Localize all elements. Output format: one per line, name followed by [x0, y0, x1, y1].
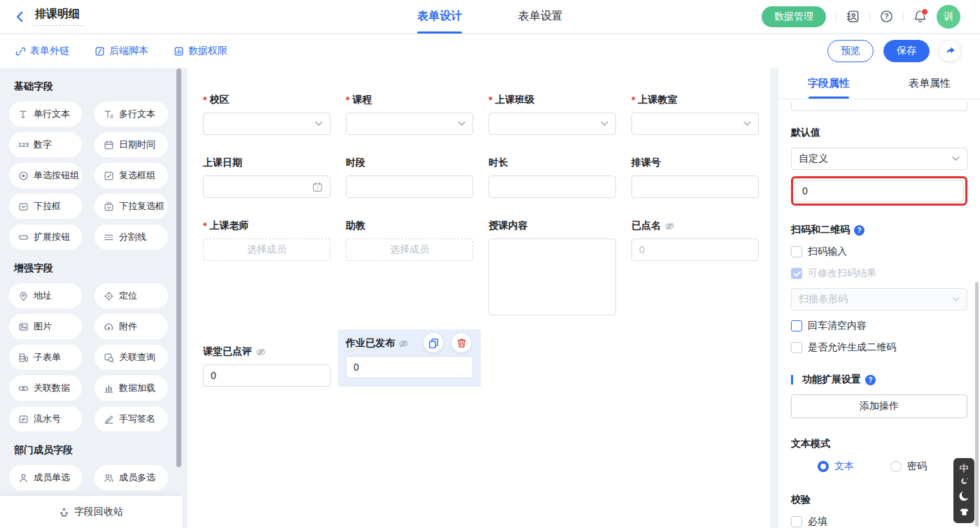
field-label: 授课内容	[489, 220, 528, 232]
address-book-icon[interactable]	[846, 10, 860, 23]
copy-field-button[interactable]	[424, 333, 443, 352]
tab-form-settings[interactable]: 表单设置	[518, 0, 563, 34]
field-select-input[interactable]	[489, 113, 616, 135]
palette-item-subform[interactable]: 子表单	[9, 345, 82, 370]
member-picker-button[interactable]: 选择成员	[346, 238, 473, 261]
form-toolbar: 表单外链后端脚本数据权限 预览 保存	[0, 34, 980, 68]
toolbar-link-label: 后端脚本	[109, 45, 148, 57]
language-toggle-icon[interactable]: 中	[960, 464, 969, 473]
checkbox-scan-input[interactable]: 扫码输入	[791, 245, 967, 258]
field-label: 时长	[489, 157, 508, 169]
toolbar-link-3[interactable]: 数据权限	[174, 45, 227, 57]
field-recycle-bin[interactable]: 字段回收站	[0, 496, 182, 528]
auto-dark-icon[interactable]	[960, 478, 968, 485]
canvas-field[interactable]: 时段	[346, 156, 473, 198]
script-icon	[94, 46, 105, 57]
preview-button[interactable]: 预览	[827, 40, 874, 62]
default-value-mode-select[interactable]: 自定义	[791, 148, 967, 170]
radio-text-mode[interactable]: 文本	[818, 460, 854, 473]
scrolled-input-partial[interactable]	[791, 102, 967, 111]
canvas-field[interactable]: *课程	[346, 93, 473, 135]
field-textarea-input[interactable]	[489, 238, 616, 315]
share-button[interactable]	[939, 41, 960, 62]
palette-item-divider[interactable]: 分割线	[94, 224, 168, 250]
field-select-input[interactable]	[631, 113, 759, 135]
field-label: 课堂已点评	[203, 345, 252, 358]
canvas-field[interactable]: *上课老师选择成员	[203, 219, 330, 261]
canvas-field[interactable]: 排课号	[631, 156, 759, 198]
member-picker-button[interactable]: 选择成员	[203, 238, 330, 261]
field-number-input[interactable]: 0	[203, 364, 330, 387]
palette-item-attachment[interactable]: 附件	[94, 314, 168, 339]
field-select-input[interactable]	[346, 113, 473, 135]
palette-item-member-multi[interactable]: 成员多选	[94, 465, 168, 490]
canvas-field[interactable]: 助教选择成员	[346, 219, 473, 261]
canvas-field[interactable]: 已点名0	[631, 219, 759, 261]
field-label: 上课教室	[638, 94, 677, 106]
field-text-input[interactable]	[489, 176, 616, 198]
required-asterisk: *	[631, 94, 635, 106]
palette-item-image[interactable]: 图片	[9, 314, 82, 339]
canvas-field[interactable]: 作业已发布0	[338, 329, 481, 387]
palette-item-linked-data[interactable]: 关联数据	[9, 376, 82, 401]
tab-form-design[interactable]: 表单设计	[417, 0, 462, 34]
field-text-input[interactable]	[346, 176, 473, 198]
field-number-input[interactable]: 0	[346, 356, 473, 378]
dark-mode-moon-icon[interactable]	[958, 490, 970, 502]
canvas-field[interactable]: 授课内容	[489, 219, 616, 315]
field-number-input[interactable]: 0	[631, 238, 759, 261]
help-icon[interactable]: ?	[854, 225, 864, 236]
page-title[interactable]: 排课明细	[34, 7, 83, 26]
palette-item-single-line-text[interactable]: 单行文本	[9, 101, 82, 127]
field-date-input[interactable]: 7	[203, 176, 330, 198]
palette-item-select[interactable]: 下拉框	[9, 194, 82, 219]
palette-item-lookup[interactable]: 关联查询	[94, 345, 168, 370]
tab-form-properties[interactable]: 表单属性	[879, 68, 980, 99]
help-icon[interactable]: ?	[880, 10, 893, 23]
svg-text:?: ?	[884, 12, 889, 20]
palette-item-multi-select[interactable]: 下拉复选框	[94, 194, 168, 219]
canvas-field[interactable]: *上课班级	[489, 93, 616, 135]
palette-item-radio-group[interactable]: 单选按钮组	[9, 163, 82, 188]
save-button[interactable]: 保存	[883, 40, 930, 62]
delete-field-button[interactable]	[451, 333, 471, 352]
radio-password-mode[interactable]: 密码	[890, 460, 927, 473]
canvas-field[interactable]: 课堂已点评0	[203, 345, 330, 387]
palette-item-location[interactable]: 定位	[94, 283, 168, 308]
sidebar-scrollbar[interactable]	[176, 69, 181, 467]
palette-item-data-load[interactable]: 数据加载	[94, 376, 168, 401]
palette-item-serial-number[interactable]: 流水号	[9, 406, 82, 431]
tab-field-properties[interactable]: 字段属性	[778, 68, 879, 99]
toolbar-link-1[interactable]: 表单外链	[15, 45, 69, 57]
notification-bell-icon[interactable]	[913, 10, 927, 23]
canvas-field[interactable]: *上课教室	[631, 93, 759, 135]
add-action-button[interactable]: 添加操作	[791, 394, 967, 418]
palette-item-multi-line-text[interactable]: 多行文本	[94, 101, 168, 127]
divider	[869, 12, 870, 22]
checkbox-allow-qrcode[interactable]: 是否允许生成二维码	[791, 341, 967, 354]
theme-shirt-icon[interactable]	[959, 507, 969, 518]
help-icon[interactable]: ?	[865, 375, 876, 385]
default-value-input[interactable]: 0	[794, 180, 964, 202]
palette-item-number[interactable]: 123数字	[9, 132, 82, 157]
canvas-field[interactable]: *校区	[203, 93, 330, 135]
checkbox-enter-clear[interactable]: 回车清空内容	[791, 320, 967, 332]
field-text-input[interactable]	[631, 176, 759, 198]
checkbox-required[interactable]: 必填	[791, 515, 967, 528]
palette-item-datetime[interactable]: 日期时间	[94, 132, 168, 157]
field-select-input[interactable]	[203, 113, 330, 135]
toolbar-link-2[interactable]: 后端脚本	[94, 45, 148, 57]
back-button[interactable]	[14, 10, 27, 23]
palette-item-member-single[interactable]: 成员单选	[9, 465, 82, 490]
canvas-field[interactable]: 时长	[489, 156, 616, 198]
data-manage-button[interactable]: 数据管理	[762, 6, 826, 27]
panel-scrollbar[interactable]	[975, 282, 979, 527]
content-area: 基础字段单行文本多行文本123数字日期时间单选按钮组复选框组下拉框下拉复选框扩展…	[0, 68, 980, 528]
palette-item-extend-button[interactable]: 扩展按钮	[9, 224, 82, 250]
palette-item-address[interactable]: 地址	[9, 283, 82, 308]
user-avatar[interactable]: 训	[937, 5, 960, 29]
subform-icon	[18, 352, 29, 363]
palette-item-signature[interactable]: 手写签名	[94, 406, 168, 431]
palette-item-checkbox-group[interactable]: 复选框组	[94, 163, 168, 188]
canvas-field[interactable]: 上课日期7	[203, 156, 330, 198]
